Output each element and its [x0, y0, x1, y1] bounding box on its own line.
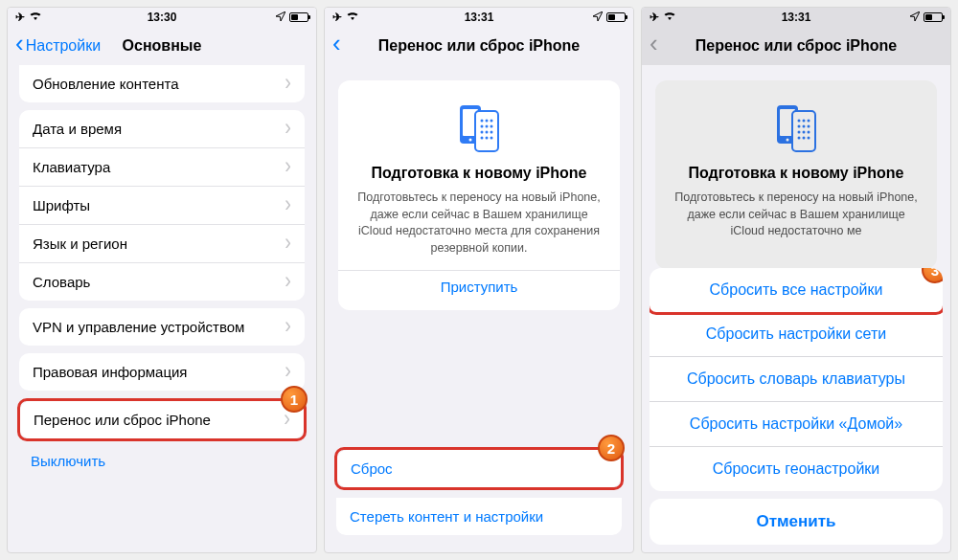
screen-transfer-reset: ✈ 13:31 Перенос или сброс iPhone	[324, 7, 634, 553]
row-vpn[interactable]: VPN и управление устройством	[19, 308, 305, 346]
row-label: Словарь	[33, 274, 90, 290]
svg-point-9	[490, 125, 493, 128]
svg-point-29	[798, 137, 801, 140]
phones-icon	[354, 100, 604, 153]
row-fonts[interactable]: Шрифты	[19, 187, 305, 225]
location-icon	[276, 11, 285, 24]
sheet-reset-network[interactable]: Сбросить настройки сети	[650, 312, 943, 357]
svg-point-6	[490, 120, 493, 123]
chevron-left-icon	[15, 37, 24, 56]
card-title: Подготовка к новому iPhone	[671, 165, 922, 182]
row-label: Шрифты	[33, 197, 90, 213]
svg-point-30	[803, 137, 806, 140]
row-label: Язык и регион	[33, 235, 127, 252]
sheet-cancel[interactable]: Отменить	[650, 499, 943, 545]
row-dictionary[interactable]: Словарь	[19, 263, 305, 301]
row-erase[interactable]: Стереть контент и настройки	[336, 498, 622, 535]
svg-point-11	[486, 131, 489, 134]
chevron-right-icon	[285, 320, 291, 335]
svg-point-26	[798, 131, 801, 134]
svg-point-25	[808, 125, 810, 128]
svg-point-10	[481, 131, 484, 134]
status-bar: ✈ 13:31	[642, 8, 950, 27]
row-label: Обновление контента	[33, 76, 179, 92]
svg-point-5	[486, 120, 489, 123]
svg-point-8	[486, 125, 489, 128]
screen-general-settings: ✈ 13:30 Настройки Основные Обновление ко…	[7, 7, 317, 553]
svg-point-4	[481, 120, 484, 123]
location-icon	[910, 11, 920, 24]
erase-group: Стереть контент и настройки	[336, 498, 622, 535]
group-1: Дата и время Клавиатура Шрифты Язык и ре…	[19, 110, 305, 301]
battery-icon	[606, 12, 626, 22]
shutdown-link[interactable]: Выключить	[31, 453, 105, 469]
sheet-options: 3 Сбросить все настройки Сбросить настро…	[650, 268, 943, 491]
chevron-right-icon	[285, 236, 291, 252]
highlight-3: 3 Сбросить все настройки	[650, 268, 943, 315]
row-date-time[interactable]: Дата и время	[19, 110, 305, 148]
reset-group: Сброс	[337, 450, 621, 487]
row-label: Перенос или сброс iPhone	[34, 412, 211, 428]
nav-bar: Настройки Основные	[8, 27, 316, 65]
row-legal[interactable]: Правовая информация	[19, 353, 305, 391]
battery-icon	[924, 12, 943, 22]
svg-point-22	[808, 120, 810, 123]
wifi-icon	[29, 11, 42, 24]
row-label: Дата и время	[33, 121, 122, 137]
airplane-icon: ✈	[332, 11, 342, 24]
svg-point-12	[490, 131, 493, 134]
svg-point-14	[486, 137, 489, 140]
prepare-card: Подготовка к новому iPhone Подготовьтесь…	[655, 80, 937, 269]
sheet-reset-home[interactable]: Сбросить настройки «Домой»	[650, 402, 943, 447]
status-bar: ✈ 13:30	[8, 8, 316, 27]
svg-point-24	[803, 125, 806, 128]
highlight-1: 1 Перенос или сброс iPhone	[17, 398, 307, 441]
back-button	[650, 37, 658, 56]
battery-icon	[289, 12, 308, 22]
sheet-reset-all[interactable]: Сбросить все настройки	[650, 268, 943, 312]
chevron-right-icon	[285, 77, 291, 92]
row-content-update[interactable]: Обновление контента	[19, 65, 305, 102]
nav-title: Основные	[123, 37, 202, 55]
group-0: Обновление контента	[19, 65, 305, 102]
prepare-card: Подготовка к новому iPhone Подготовьтесь…	[338, 80, 620, 310]
step-badge: 1	[281, 386, 308, 413]
svg-point-27	[803, 131, 806, 134]
row-reset[interactable]: Сброс	[337, 450, 621, 487]
svg-point-18	[787, 139, 789, 142]
nav-title: Перенос или сброс iPhone	[378, 37, 581, 55]
wifi-icon	[663, 11, 676, 24]
back-button[interactable]: Настройки	[15, 37, 101, 56]
card-title: Подготовка к новому iPhone	[354, 165, 604, 182]
card-action[interactable]: Приступить	[338, 270, 620, 302]
group-3: Правовая информация	[19, 353, 305, 391]
screen-reset-sheet: ✈ 13:31 Перенос или сброс iPhone	[641, 7, 951, 553]
chevron-right-icon	[285, 275, 291, 290]
back-button[interactable]	[332, 37, 341, 56]
bottom-actions: 2 Сброс Стереть контент и настройки	[325, 439, 633, 543]
row-keyboard[interactable]: Клавиатура	[19, 148, 305, 187]
card-text: Подготовьтесь к переносу на новый iPhone…	[354, 190, 604, 257]
status-bar: ✈ 13:31	[325, 8, 633, 27]
chevron-left-icon	[650, 37, 658, 56]
row-label: Правовая информация	[33, 364, 187, 380]
svg-point-15	[490, 137, 493, 140]
row-language-region[interactable]: Язык и регион	[19, 225, 305, 263]
content-area: Обновление контента Дата и время Клавиат…	[8, 65, 316, 552]
row-label: Стереть контент и настройки	[350, 508, 543, 525]
status-time: 13:30	[148, 11, 177, 24]
status-time: 13:31	[465, 11, 494, 24]
wifi-icon	[346, 11, 359, 24]
content-area: Подготовка к новому iPhone Подготовьтесь…	[325, 65, 633, 552]
group-4: Перенос или сброс iPhone	[20, 401, 304, 438]
sheet-reset-keyboard-dict[interactable]: Сбросить словарь клавиатуры	[650, 357, 943, 402]
svg-point-28	[808, 131, 810, 134]
airplane-icon: ✈	[15, 11, 25, 24]
chevron-right-icon	[284, 413, 290, 428]
svg-point-20	[798, 120, 801, 123]
sheet-reset-location[interactable]: Сбросить геонастройки	[650, 447, 943, 491]
row-label: Клавиатура	[33, 159, 110, 175]
location-icon	[593, 11, 603, 24]
row-transfer-reset[interactable]: Перенос или сброс iPhone	[20, 401, 304, 438]
airplane-icon: ✈	[650, 11, 659, 24]
